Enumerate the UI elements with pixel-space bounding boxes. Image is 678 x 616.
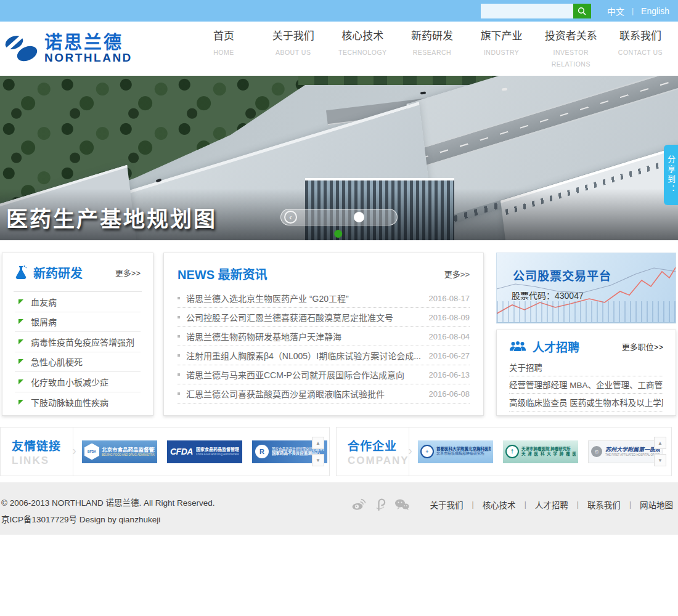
news-panel: NEWS 最新资讯 更多>> 诺思兰德入选北京生物医药产业 “G20工程” 20… — [163, 253, 484, 416]
nav-sublabel: HOME — [191, 47, 256, 59]
nav-item-about[interactable]: 关于我们 ABOUT US — [261, 27, 326, 70]
share-button[interactable]: 分享到： — [664, 145, 678, 205]
square-bullet-icon — [178, 373, 180, 376]
lang-en-link[interactable]: English — [641, 6, 669, 16]
nav-item-investor[interactable]: 投资者关系 INVESTOR RELATIONS — [538, 27, 603, 70]
logo-mark-icon — [4, 34, 39, 63]
lang-cn-link[interactable]: 中文 — [607, 5, 624, 17]
footer-link-recruit[interactable]: 人才招聘 — [535, 498, 568, 511]
recruit-panel-title: 人才招聘 — [533, 338, 579, 355]
recruit-item[interactable]: 高级临床监查员 医药或生物本科及以上学历 — [509, 394, 663, 411]
square-bullet-icon — [178, 297, 180, 299]
logo-line: 苏州大学附属第一医院 — [605, 447, 660, 453]
square-bullet-icon — [178, 354, 180, 357]
logo-line: 北京市食品药品监督管理局 — [102, 447, 155, 453]
tencent-weibo-icon[interactable] — [374, 498, 386, 511]
research-more-link[interactable]: 更多>> — [115, 267, 141, 278]
slider-knob[interactable] — [354, 212, 364, 222]
research-item[interactable]: 下肢动脉缺血性疾病 — [15, 392, 141, 413]
stock-code: 股票代码：430047 — [512, 289, 584, 301]
link-logo-cfda[interactable]: CFDA 国家食品药品监督管理总局China Food and Drug Adm… — [167, 440, 242, 463]
slider-prev-button[interactable]: ‹ — [284, 211, 297, 224]
research-panel-header: 新药研发 更多>> — [15, 253, 141, 291]
hospital-badge-icon: † — [505, 445, 519, 458]
nav-item-industry[interactable]: 旗下产业 INDUSTRY — [469, 27, 534, 70]
stock-volume-bars-art — [497, 301, 676, 322]
logo-line: THE FIRST AFFILIATED HOSPITAL OF SOOCHOW… — [605, 453, 660, 457]
banner-slider-control[interactable]: ‹ — [280, 209, 398, 225]
nav-item-research[interactable]: 新药研发 RESEARCH — [399, 27, 465, 70]
triangle-bullet-icon — [18, 379, 23, 384]
search-button[interactable] — [573, 4, 591, 18]
news-item[interactable]: 诺思兰德与马来西亚CCM-P公司就开展国际合作达成意向 2016-06-13 — [178, 365, 470, 384]
partner-title: 合作企业 COMPANY — [337, 428, 409, 476]
footer-link-contact[interactable]: 联系我们 — [587, 498, 621, 511]
friend-links-title: 友情链接 LINKS — [1, 428, 73, 476]
arrow-up-icon[interactable]: ▲ — [312, 437, 324, 449]
logo-line: 北京市结核病胸部肿瘤研究所 — [436, 452, 491, 456]
news-item-title: 诺思兰德与马来西亚CCM-P公司就开展国际合作达成意向 — [186, 368, 429, 381]
footer-link-technology[interactable]: 核心技术 — [483, 498, 516, 511]
logo-line: 天津市肿瘤医院 肿瘤研究所 — [521, 447, 576, 452]
news-item[interactable]: 注射用重组人胸腺素β4（NL005）Ⅰ期临床试验方案讨论会成... 2016-0… — [178, 346, 470, 365]
nav-label: 投资者关系 — [538, 27, 603, 43]
partner-logo-beijing-chest-hospital[interactable]: + 首都医科大学附属北京胸科医院北京市结核病胸部肿瘤研究所 — [418, 440, 493, 463]
news-item[interactable]: 汇恩兰德公司喜获盐酸莫西沙星滴眼液临床试验批件 2016-06-08 — [178, 384, 470, 403]
weibo-icon[interactable] — [351, 498, 366, 511]
research-item-label: 病毒性疫苗免疫应答增强剂 — [31, 336, 134, 348]
site-header: 诺思兰德 NORTHLAND 首页 HOME 关于我们 ABOUT US 核心技… — [0, 22, 678, 76]
news-item-date: 2016-06-27 — [429, 351, 470, 360]
partner-logo-tianjin-cancer-hospital[interactable]: † 天津市肿瘤医院 肿瘤研究所天 津 医 科 大 学 肿 瘤 医 院 — [503, 440, 578, 463]
cfda-badge-icon: CFDA — [170, 447, 193, 456]
right-column: 公司股票交易平台 股票代码：430047 人才招聘 更多职位>> 关于招聘 经营… — [496, 253, 676, 416]
nav-label: 核心技术 — [330, 27, 395, 43]
footer-link-divider: | — [525, 500, 526, 509]
footer-link-divider: | — [472, 500, 474, 509]
search-bar — [481, 4, 591, 18]
news-item[interactable]: 诺思兰德生物药物研发基地落户天津静海 2016-08-04 — [178, 327, 470, 346]
site-footer: © 2006-2013 NORTHLAND 诺思兰德. All Right Re… — [0, 482, 678, 535]
wechat-icon[interactable] — [394, 498, 409, 511]
slider-active-dot[interactable] — [334, 230, 342, 238]
recruit-item[interactable]: 关于招聘 — [509, 359, 663, 376]
partner-logo-soochow-university-hospital[interactable]: 印 苏州大学附属第一医院THE FIRST AFFILIATED HOSPITA… — [588, 440, 663, 463]
logo-line: 国家食品药品监督管理总局 — [196, 447, 239, 453]
research-item[interactable]: 化疗致血小板减少症 — [15, 372, 141, 392]
icp-line: 京ICP备13017729号 Design by qianzhukeji — [1, 511, 678, 528]
research-item[interactable]: 病毒性疫苗免疫应答增强剂 — [15, 332, 141, 352]
nav-sublabel: TECHNOLOGY — [330, 47, 395, 59]
news-item[interactable]: 公司控股子公司汇恩兰德喜获酒石酸溴莫尼定批准文号 2016-08-09 — [178, 308, 470, 327]
nav-item-contact[interactable]: 联系我们 CONTACT US — [608, 27, 673, 70]
link-logo-bfda[interactable]: BFDA 北京市食品药品监督管理局BEIJING FOOD AND DRUG A… — [82, 440, 157, 463]
news-item-title: 注射用重组人胸腺素β4（NL005）Ⅰ期临床试验方案讨论会成... — [186, 349, 429, 362]
company-logo[interactable]: 诺思兰德 NORTHLAND — [4, 33, 133, 64]
nav-item-technology[interactable]: 核心技术 TECHNOLOGY — [330, 27, 395, 70]
square-bullet-icon — [178, 392, 180, 395]
arrow-down-icon[interactable]: ▼ — [312, 454, 324, 466]
research-item-label: 下肢动脉缺血性疾病 — [31, 396, 108, 408]
news-item-title: 诺思兰德生物药物研发基地落户天津静海 — [186, 330, 429, 342]
news-item-date: 2016-06-13 — [429, 370, 470, 379]
research-panel-title: 新药研发 — [33, 264, 83, 282]
research-item[interactable]: 急性心肌梗死 — [15, 352, 141, 373]
arrow-down-icon[interactable]: ▼ — [654, 454, 666, 466]
footer-right: 关于我们 | 核心技术 | 人才招聘 | 联系我们 | 网站地图 — [351, 498, 674, 511]
news-item-title: 诺思兰德入选北京生物医药产业 “G20工程” — [186, 292, 429, 304]
people-group-icon — [509, 341, 526, 352]
recruit-item-label: 关于招聘 — [509, 361, 542, 373]
recruit-item[interactable]: 经营管理部经理 MBA、企业管理、工商管理... — [509, 376, 663, 394]
nav-item-home[interactable]: 首页 HOME — [191, 27, 256, 70]
footer-link-sitemap[interactable]: 网站地图 — [640, 498, 673, 511]
hospital-badge-icon: + — [420, 445, 434, 458]
news-more-link[interactable]: 更多>> — [444, 268, 470, 280]
research-item[interactable]: 银屑病 — [15, 312, 141, 333]
news-item[interactable]: 诺思兰德入选北京生物医药产业 “G20工程” 2016-08-17 — [178, 289, 470, 308]
nav-sublabel: INVESTOR RELATIONS — [538, 47, 603, 70]
search-input[interactable] — [481, 4, 573, 18]
research-item[interactable]: 血友病 — [15, 292, 141, 312]
footer-link-divider: | — [577, 500, 579, 509]
arrow-up-icon[interactable]: ▲ — [654, 437, 666, 449]
recruit-more-link[interactable]: 更多职位>> — [622, 341, 663, 352]
stock-platform-banner[interactable]: 公司股票交易平台 股票代码：430047 — [496, 253, 676, 323]
footer-link-about[interactable]: 关于我们 — [430, 498, 464, 511]
